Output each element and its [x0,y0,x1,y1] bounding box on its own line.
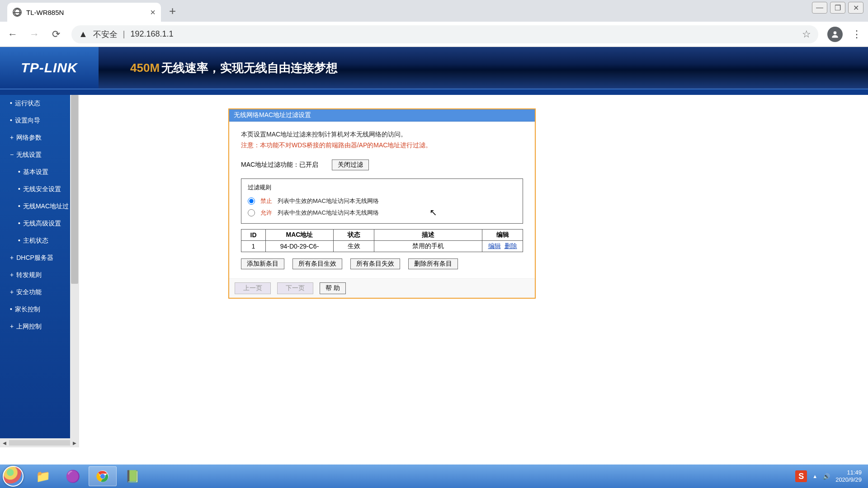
delete-all-button[interactable]: 删除所有条目 [408,258,458,269]
sidebar-item-12[interactable]: •家长控制 [0,301,70,318]
sidebar-item-6[interactable]: •无线MAC地址过 [0,198,70,215]
menu-bullet-icon: + [10,323,14,330]
col-desc: 描述 [374,230,482,241]
sidebar-item-label: 网络参数 [16,134,42,141]
sidebar-item-8[interactable]: •主机状态 [0,232,70,249]
toggle-filter-button[interactable]: 关闭过滤 [332,160,369,170]
minimize-button[interactable]: — [812,2,827,14]
sidebar-wrap: •运行状态•设置向导+网络参数−无线设置•基本设置•无线安全设置•无线MAC地址… [0,95,79,438]
disable-all-button[interactable]: 所有条目失效 [350,258,400,269]
sidebar-scrollbar[interactable] [70,95,79,438]
sidebar-item-10[interactable]: +转发规则 [0,267,70,284]
panel-description: 本页设置MAC地址过滤来控制计算机对本无线网络的访问。 [241,131,523,139]
cell-status: 生效 [334,241,374,252]
next-page-button[interactable]: 下一页 [277,282,313,294]
cell-mac: 94-D0-29-C6- [266,241,334,252]
not-secure-icon: ▲ [79,29,88,39]
filter-status-text: MAC地址过滤功能：已开启 [241,161,318,169]
rule-allow-radio[interactable] [248,209,255,216]
start-button[interactable] [3,466,24,487]
cell-id: 1 [241,241,266,252]
url-text: 192.168.1.1 [130,29,173,39]
mac-filter-panel: 无线网络MAC地址过滤设置 本页设置MAC地址过滤来控制计算机对本无线网络的访问… [228,108,536,299]
horizontal-scrollbar[interactable]: ◄ ► [0,438,79,447]
menu-bullet-icon: • [10,99,12,107]
menu-bullet-icon: • [18,202,20,210]
banner-text: 无线速率，实现无线自由连接梦想 [161,60,338,76]
sidebar-item-9[interactable]: +DHCP服务器 [0,249,70,267]
scrollbar-thumb[interactable] [71,95,78,284]
prev-page-button[interactable]: 上一页 [235,282,271,294]
sidebar-item-4[interactable]: •基本设置 [0,164,70,181]
sidebar-item-label: 运行状态 [15,99,40,107]
menu-bullet-icon: + [10,271,14,278]
add-entry-button[interactable]: 添加新条目 [241,258,284,269]
separator: | [123,29,125,39]
sidebar-item-3[interactable]: −无线设置 [0,146,70,164]
enable-all-button[interactable]: 所有条目生效 [292,258,342,269]
taskbar-chrome[interactable] [89,466,117,486]
security-label: 不安全 [93,29,118,40]
forward-button[interactable]: → [28,28,41,41]
address-bar[interactable]: ▲ 不安全 | 192.168.1.1 ☆ [71,25,818,43]
new-tab-button[interactable]: + [169,4,176,18]
browser-menu-icon[interactable]: ⋮ [852,28,862,40]
close-tab-icon[interactable]: × [150,7,156,18]
taskbar-app-1[interactable]: 🟣 [59,466,87,486]
sidebar-item-1[interactable]: •设置向导 [0,112,70,129]
tray-chevron-icon[interactable]: ▲ [812,474,817,479]
router-header: TP-LINK 450M无线速率，实现无线自由连接梦想 [0,47,868,89]
sidebar-item-label: 无线高级设置 [23,220,61,227]
taskbar-clock[interactable]: 11:49 2020/9/29 [835,469,862,484]
scroll-right-arrow[interactable]: ► [70,438,79,447]
cell-desc: 禁用的手机 [374,241,482,252]
panel-footer: 上一页 下一页 帮 助 [229,278,535,298]
sidebar-item-label: 安全功能 [16,288,42,296]
header-banner: 450M无线速率，实现无线自由连接梦想 [99,47,868,89]
scroll-track[interactable] [9,440,70,446]
menu-bullet-icon: • [10,305,12,313]
profile-avatar-icon[interactable] [827,27,843,42]
panel-note: 注意：本功能不对WDS桥接的前端路由器/AP的MAC地址进行过滤。 [241,141,523,150]
sidebar-menu: •运行状态•设置向导+网络参数−无线设置•基本设置•无线安全设置•无线MAC地址… [0,95,70,438]
rule-allow-row[interactable]: 允许 列表中生效的MAC地址访问本无线网络 [248,207,516,219]
rule-deny-radio[interactable] [248,197,255,205]
taskbar-app-2[interactable]: 📗 [118,466,146,486]
col-id: ID [241,230,266,241]
rule-deny-keyword: 禁止 [260,197,272,205]
back-button[interactable]: ← [6,28,19,41]
sidebar-item-label: 基本设置 [23,168,48,175]
delete-link[interactable]: 删除 [505,242,517,249]
taskbar-explorer[interactable]: 📁 [29,466,57,486]
rule-deny-row[interactable]: 禁止 列表中生效的MAC地址访问本无线网络 [248,195,516,207]
sidebar-item-7[interactable]: •无线高级设置 [0,215,70,232]
menu-bullet-icon: + [10,134,14,141]
sidebar-item-5[interactable]: •无线安全设置 [0,181,70,198]
menu-bullet-icon: − [10,151,14,158]
browser-tab[interactable]: TL-WR885N × [7,3,161,22]
menu-bullet-icon: • [18,168,20,175]
help-button[interactable]: 帮 助 [320,282,346,294]
maximize-button[interactable]: ❐ [830,2,845,14]
bookmark-star-icon[interactable]: ☆ [802,28,811,40]
sidebar-item-11[interactable]: +安全功能 [0,284,70,301]
sidebar-item-2[interactable]: +网络参数 [0,129,70,146]
table-header-row: ID MAC地址 状态 描述 编辑 [241,230,523,241]
ime-sogou-icon[interactable]: S [795,470,807,482]
sidebar-item-label: 主机状态 [23,237,48,244]
content-area: 无线网络MAC地址过滤设置 本页设置MAC地址过滤来控制计算机对本无线网络的访问… [79,95,868,438]
close-window-button[interactable]: ✕ [848,2,863,14]
rule-allow-keyword: 允许 [260,209,272,217]
sidebar-item-label: 上网控制 [16,323,42,330]
browser-chrome: — ❐ ✕ TL-WR885N × + ← → ⟳ ▲ 不安全 | 192.16… [0,0,868,47]
edit-link[interactable]: 编辑 [488,242,501,249]
scroll-left-arrow[interactable]: ◄ [0,438,9,447]
sidebar-item-label: 设置向导 [15,117,40,124]
filter-rule-box: 过滤规则 禁止 列表中生效的MAC地址访问本无线网络 允许 列表中生效的MAC地… [241,178,523,224]
volume-icon[interactable]: 🔊 [823,473,830,480]
banner-speed: 450M [130,61,160,75]
sidebar-item-label: 无线MAC地址过 [23,202,69,210]
reload-button[interactable]: ⟳ [50,28,62,41]
sidebar-item-0[interactable]: •运行状态 [0,95,70,112]
sidebar-item-13[interactable]: +上网控制 [0,318,70,335]
